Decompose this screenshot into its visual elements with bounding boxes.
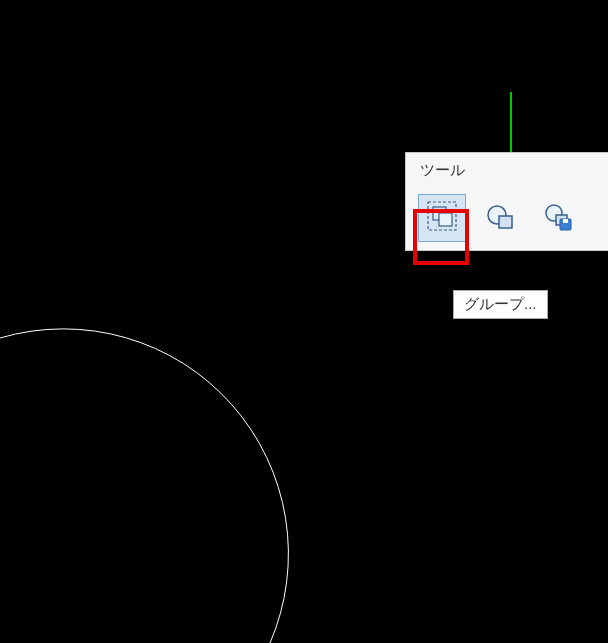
tooltip: グループ... <box>453 290 548 319</box>
group-button[interactable] <box>418 194 466 242</box>
tools-panel: ツール <box>405 152 608 251</box>
panel-toolbar <box>406 188 608 250</box>
svg-rect-4 <box>499 216 512 228</box>
group-icon <box>427 201 457 235</box>
svg-rect-8 <box>563 219 568 223</box>
drawing-canvas[interactable] <box>0 0 608 643</box>
save-shape-button[interactable] <box>534 194 582 242</box>
circle-tool-button[interactable] <box>476 194 524 242</box>
save-shape-icon <box>543 201 573 235</box>
y-axis-indicator <box>510 92 512 152</box>
panel-title: ツール <box>406 153 608 188</box>
circle-overlap-icon <box>485 201 515 235</box>
circle-arc <box>0 329 288 643</box>
svg-rect-2 <box>439 213 452 226</box>
tooltip-text: グループ... <box>464 295 537 312</box>
